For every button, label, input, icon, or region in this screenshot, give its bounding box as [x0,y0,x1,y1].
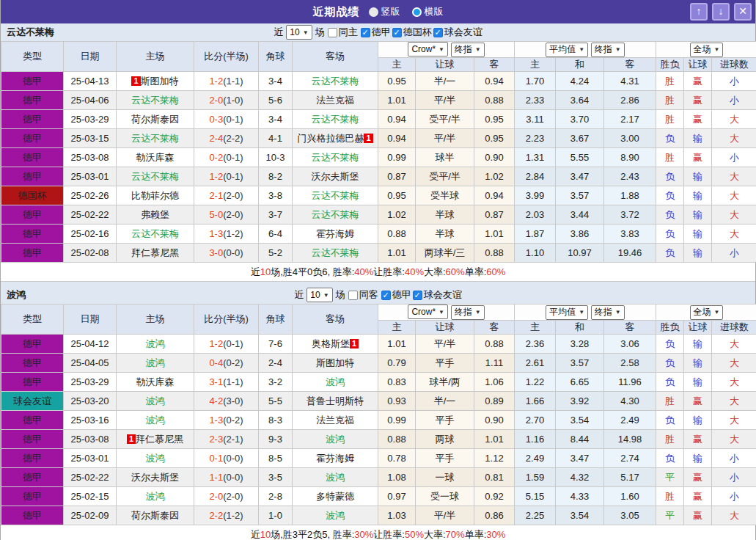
home-team: 沃尔夫斯堡 [117,468,194,487]
away-team: 云达不莱梅 [293,148,378,167]
close-button[interactable]: ✕ [734,3,752,21]
col-winlose: 胜负 [656,321,684,335]
recent-count-select[interactable]: 10 ▼ [286,25,312,40]
avg-away-odds: 11.96 [604,373,656,392]
table-row: 德甲25-02-15波鸿2-0(2-0)2-8多特蒙德0.97受一球0.925.… [1,487,756,506]
league-filter[interactable]: ✓德国杯 [392,26,432,39]
same-venue-filter[interactable]: 同主 [328,26,358,39]
chevron-down-icon: ▼ [714,46,720,53]
away-team: 云达不莱梅 [293,186,378,205]
move-up-button[interactable]: ↑ [690,3,708,21]
bookmaker-select[interactable]: Crow*▼ [408,42,448,56]
corner-score: 6-4 [259,225,293,244]
away-team: 法兰克福 [293,411,378,430]
table-row: 德甲25-03-29勒沃库森3-1(1-1)3-2波鸿0.83球半/两1.061… [1,373,756,392]
fulltime-select[interactable]: 全场▼ [690,43,724,57]
match-date: 25-02-16 [64,225,117,244]
match-type-badge: 德甲 [1,205,64,225]
average-select[interactable]: 平均值▼ [546,43,588,57]
corner-score: 8-5 [259,449,293,468]
col-handicap-line: 让球 [416,321,474,335]
league-filter[interactable]: ✓球会友谊 [413,288,462,302]
away-team: 霍芬海姆 [293,225,378,244]
handicap-result: 输 [684,205,712,225]
handicap-result: 输 [684,411,712,430]
league-filters: ✓德甲✓德国杯✓球会友谊 [361,26,482,39]
result-group-header: 全场▼ [656,42,756,58]
average-time-select[interactable]: 终指▼ [591,305,625,320]
away-team: 沃尔夫斯堡 [293,167,378,186]
average-select[interactable]: 平均值▼ [546,305,588,320]
handicap-result: 输 [684,129,712,148]
corner-score: 1-0 [259,506,293,525]
match-date: 25-02-15 [64,487,117,506]
win-lose-result: 负 [656,411,684,430]
home-team: 1拜仁慕尼黑 [117,430,194,449]
handicap-time-select[interactable]: 终指▼ [451,305,485,320]
goals-result: 大 [712,392,756,411]
win-lose-result: 负 [656,354,684,373]
checkbox-checked-icon: ✓ [361,28,370,37]
near-label: 近 [294,288,304,302]
corner-score: 5-2 [259,244,293,263]
avg-draw-odds: 3.44 [556,205,604,225]
table-row: 德甲25-02-22沃尔夫斯堡1-1(0-0)3-5波鸿1.08一球0.811.… [1,468,756,487]
fulltime-select[interactable]: 全场▼ [690,305,724,320]
checkbox-checked-icon: ✓ [413,291,422,300]
handicap-time-select[interactable]: 终指▼ [451,43,485,57]
match-type-badge: 球会友谊 [1,392,64,411]
move-down-button[interactable]: ↓ [712,3,730,21]
away-team: 云达不莱梅 [293,244,378,263]
avg-draw-odds: 8.44 [556,430,604,449]
col-home: 主场 [117,304,194,335]
avg-draw-odds: 3.64 [556,91,604,110]
radio-icon [369,7,378,17]
away-team: 法兰克福 [293,91,378,110]
league-filter[interactable]: ✓德甲 [381,288,411,302]
average-time-select[interactable]: 终指▼ [591,43,625,57]
corner-score: 3-8 [259,186,293,205]
handicap-away-odds: 0.88 [474,244,515,263]
handicap-line: 平/半 [416,335,474,354]
match-date: 25-03-20 [64,392,117,411]
handicap-home-odds: 0.94 [378,129,416,148]
avg-away-odds: 5.17 [604,468,656,487]
handicap-away-odds: 0.90 [474,411,515,430]
handicap-result: 输 [684,225,712,244]
view-mode-horizontal[interactable]: 横版 [412,5,444,18]
recent-count-select[interactable]: 10 ▼ [307,288,332,302]
match-score: 2-0(2-0) [194,487,259,506]
handicap-line: 平手 [416,449,474,468]
win-lose-result: 负 [656,186,684,205]
team-name-text: 荷尔斯泰因 [131,114,179,125]
view-mode-vertical[interactable]: 竖版 [369,5,400,18]
league-filter[interactable]: ✓球会友谊 [433,26,482,39]
avg-away-odds: 3.83 [604,225,656,244]
match-date: 25-02-26 [64,186,117,205]
handicap-away-odds: 1.11 [474,354,515,373]
goals-result: 小 [712,449,756,468]
chevron-down-icon: ▼ [714,309,720,315]
handicap-line: 半/一 [416,392,474,411]
league-filter[interactable]: ✓德甲 [361,26,391,39]
same-venue-filter[interactable]: 同客 [348,288,378,302]
match-score: 0-4(0-2) [194,354,259,373]
handicap-line: 一球 [416,468,474,487]
corner-score: 9-3 [259,430,293,449]
corner-score: 5-5 [259,392,293,411]
col-goals: 进球数 [712,321,756,335]
match-type-badge: 德甲 [1,148,64,167]
away-team: 波鸿 [293,506,378,525]
bookmaker-select[interactable]: Crow*▼ [408,304,448,319]
home-team: 波鸿 [117,449,194,468]
win-lose-result: 平 [656,506,684,525]
away-team: 普鲁士明斯特 [293,392,378,411]
games-label: 场 [315,26,325,39]
match-date: 25-03-01 [64,167,117,186]
chevron-down-icon: ▼ [303,29,309,36]
checkbox-checked-icon: ✓ [381,291,391,300]
handicap-group-header: Crow*▼ 终指▼ [378,42,515,58]
win-lose-result: 胜 [656,72,684,91]
handicap-home-odds: 0.95 [378,186,416,205]
handicap-line: 受一球 [416,487,474,506]
